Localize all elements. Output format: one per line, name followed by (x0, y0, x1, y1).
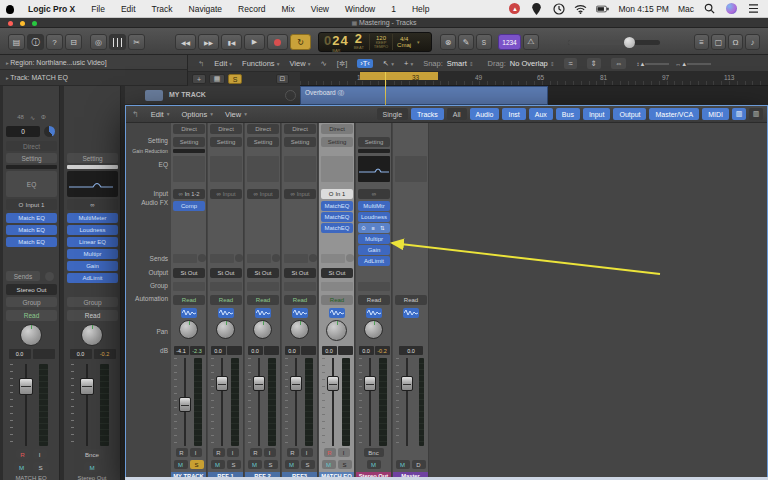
automation-wave-icon[interactable] (366, 308, 382, 318)
send-slot[interactable] (210, 254, 234, 263)
record-button[interactable] (267, 34, 288, 50)
track-inspector-row[interactable]: ▸ Track: MATCH EQ (0, 70, 188, 86)
mixer-narrow-view-icon[interactable]: ▥ (732, 108, 746, 120)
snap-value[interactable]: Smart ⇕ (447, 59, 474, 68)
plugin-slot-multimtr[interactable]: MultiMtr (358, 201, 390, 211)
mixer-filter-output[interactable]: Output (613, 108, 646, 120)
add-track-button[interactable]: + (192, 74, 206, 84)
menu-track[interactable]: Track (144, 0, 181, 18)
fader-handle[interactable] (19, 378, 33, 395)
track-header-name[interactable]: MY TRACK (169, 91, 206, 98)
channel-setting-button[interactable]: Setting (67, 153, 118, 163)
output-button[interactable]: St Out (210, 268, 242, 278)
flex-icon[interactable]: [✲] (337, 59, 347, 68)
plugin-slot-match-eq[interactable]: Match EQ (6, 225, 57, 235)
peak-db-value[interactable]: -0.2 (375, 346, 390, 355)
pan-knob[interactable] (216, 320, 235, 339)
solo-button[interactable]: S (264, 460, 278, 469)
fader-handle[interactable] (290, 376, 302, 391)
menu-window[interactable]: Window (337, 0, 383, 18)
input-slot[interactable]: ∞Input (247, 189, 279, 199)
time-machine-icon[interactable] (552, 2, 565, 15)
mixer-filter-bus[interactable]: Bus (556, 108, 580, 120)
group-slot[interactable] (358, 282, 390, 291)
global-solo-button[interactable]: S (228, 74, 242, 84)
peak-db-value[interactable] (264, 346, 279, 355)
filter-icon[interactable]: ∿ (30, 114, 35, 123)
send-slot[interactable] (284, 254, 308, 263)
record-status-icon[interactable]: ▲ (508, 2, 521, 15)
input-slot[interactable]: OIn 1 (321, 189, 353, 199)
library-button[interactable]: ▤ (8, 34, 25, 50)
pan-knob[interactable] (20, 324, 42, 346)
mute-button[interactable]: M (174, 460, 188, 469)
plugin-slot-loudness[interactable]: Loudness (358, 212, 390, 222)
direct-button[interactable]: Direct (6, 141, 57, 151)
output-button[interactable]: St Out (284, 268, 316, 278)
input-slot[interactable]: ∞ (358, 189, 390, 199)
sends-button[interactable]: Sends (6, 271, 40, 281)
direct-button[interactable]: Direct (321, 124, 353, 134)
mute-button[interactable]: M (322, 460, 336, 469)
output-button[interactable]: St Out (173, 268, 205, 278)
apple-menu-icon[interactable] (0, 0, 20, 18)
mixer-strip-my-track[interactable]: DirectSetting∞In 1-2CompSt OutRead-4.1-2… (171, 123, 207, 480)
plugin-slot-gain[interactable]: Gain (358, 245, 390, 255)
direct-button[interactable]: Direct (173, 124, 205, 134)
fader-handle[interactable] (179, 397, 191, 412)
undo-icon[interactable]: ↰ (198, 59, 204, 68)
input-monitor-button[interactable]: I (33, 449, 47, 459)
channel-setting-button[interactable]: Setting (358, 137, 390, 147)
inspector-button[interactable]: ⓘ (27, 34, 44, 50)
fader-handle[interactable] (216, 376, 228, 391)
record-enable-button[interactable]: R (287, 448, 299, 457)
arrange-menu-edit[interactable]: Edit ▾ (214, 59, 232, 68)
track-pan-knob[interactable] (285, 90, 296, 101)
plugin-slot-comp[interactable]: Comp (173, 201, 205, 211)
mixer-filter-aux[interactable]: Aux (529, 108, 553, 120)
record-enable-button[interactable]: R (324, 448, 336, 457)
pan-knob[interactable] (326, 320, 347, 341)
mixer-filter-inst[interactable]: Inst (502, 108, 525, 120)
menu-view[interactable]: View (303, 0, 337, 18)
record-enable-button[interactable]: R (176, 448, 188, 457)
volume-db-value[interactable]: 0.0 (9, 349, 31, 359)
sample-rate-label[interactable]: 48 (17, 114, 24, 123)
peak-db-value[interactable] (33, 349, 55, 359)
phase-icon[interactable]: Φ (41, 114, 46, 123)
forward-button[interactable]: ▶▶ (198, 34, 219, 50)
automation-wave-icon[interactable] (292, 308, 308, 318)
mixer-back-icon[interactable]: ↰ (132, 110, 139, 119)
menu-logic-pro-x[interactable]: Logic Pro X (20, 0, 83, 18)
count-in-button[interactable]: 1234 (498, 34, 521, 50)
volume-db-value[interactable]: 0.0 (359, 346, 374, 355)
send-knob[interactable] (309, 254, 317, 262)
volume-db-value[interactable]: 0.0 (70, 349, 92, 359)
plugin-slot-match-eq[interactable]: Match EQ (6, 237, 57, 247)
notification-center-icon[interactable] (747, 2, 760, 15)
quick-help-button[interactable]: ? (46, 34, 63, 50)
record-enable-button[interactable]: R (213, 448, 225, 457)
mixer-strip-match-eq[interactable]: DirectSettingOIn 1MatchEQMatchEQMatchEQS… (319, 123, 355, 480)
volume-db-value[interactable]: 0.0 (248, 346, 263, 355)
fader-handle[interactable] (80, 378, 94, 395)
pan-knob[interactable] (253, 320, 272, 339)
rewind-button[interactable]: ◀◀ (175, 34, 196, 50)
send-knob[interactable] (235, 254, 243, 262)
menu-file[interactable]: File (83, 0, 113, 18)
group-button[interactable]: Group (67, 297, 118, 307)
metronome-button[interactable]: ⧍ (523, 34, 539, 50)
volume-db-value[interactable]: 0.0 (211, 346, 226, 355)
menu-navigate[interactable]: Navigate (181, 0, 231, 18)
plugin-slot-matcheq[interactable]: MatchEQ (321, 223, 353, 233)
menu-edit[interactable]: Edit (113, 0, 144, 18)
mixer-filter-master-vca[interactable]: Master/VCA (649, 108, 699, 120)
location-icon[interactable] (530, 2, 543, 15)
automation-wave-icon[interactable] (403, 308, 419, 318)
eq-display[interactable] (358, 156, 390, 182)
fader-handle[interactable] (253, 376, 265, 391)
input-monitor-button[interactable]: I (264, 448, 276, 457)
input-slot[interactable]: OInput 1 (6, 199, 57, 210)
mixer-filter-midi[interactable]: MIDI (702, 108, 729, 120)
mute-button[interactable]: M (14, 462, 30, 472)
